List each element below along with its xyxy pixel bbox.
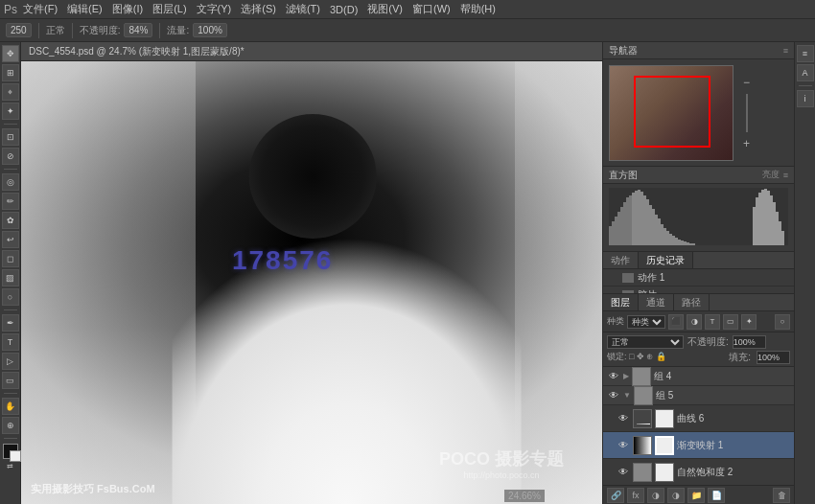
tab-paths[interactable]: 路径 — [674, 294, 710, 310]
filter-text-btn[interactable]: T — [705, 314, 720, 330]
magic-wand-tool[interactable]: ✦ — [2, 103, 19, 120]
menu-text[interactable]: 文字(Y) — [197, 2, 232, 16]
layer-type-select[interactable]: 种类 名称 — [627, 315, 665, 329]
pen-tool[interactable]: ✒ — [2, 314, 19, 332]
history-brush-tool[interactable]: ↩ — [2, 231, 19, 248]
menu-file[interactable]: 文件(F) — [23, 2, 58, 16]
blend-mode-row: 正常 不透明度: — [607, 335, 790, 349]
clone-stamp-tool[interactable]: ✿ — [2, 212, 19, 229]
shape-tool[interactable]: ▭ — [2, 372, 19, 389]
link-layers-btn[interactable]: 🔗 — [607, 488, 624, 503]
tools-separator-3 — [4, 309, 17, 310]
menu-layer[interactable]: 图层(L) — [152, 2, 186, 16]
canvas-area: DSC_4554.psd @ 24.7% (新变映射 1,图层蒙版/8)* 17… — [21, 42, 602, 504]
menu-select[interactable]: 选择(S) — [241, 2, 276, 16]
nav-zoom-slider[interactable] — [746, 94, 748, 132]
layer-name: 曲线 6 — [677, 412, 790, 425]
layers-toolbar: 种类 种类 名称 ⬛ ◑ T ▭ ✦ ○ — [603, 311, 794, 332]
lock-label: 锁定: □ ✥ ⊕ 🔒 — [607, 351, 666, 363]
fill-input[interactable] — [757, 351, 790, 364]
layers-tabs: 图层 通道 路径 — [603, 294, 794, 311]
canvas-content[interactable]: 178576 POCO 摄影专题 http://photo.poco.cn 实用… — [21, 61, 602, 504]
tab-history[interactable]: 历史记录 — [639, 252, 693, 268]
layer-visibility-toggle[interactable]: 👁 — [617, 439, 630, 452]
fill-row: 锁定: □ ✥ ⊕ 🔒 填充: — [607, 351, 790, 364]
svg-rect-8 — [632, 193, 635, 245]
layer-thumbnail — [633, 409, 652, 428]
lasso-tool[interactable]: ⌖ — [2, 83, 19, 101]
hand-tool[interactable]: ✋ — [2, 398, 19, 415]
layer-visibility-toggle[interactable]: 👁 — [607, 370, 620, 383]
filter-pixel-btn[interactable]: ⬛ — [668, 314, 684, 330]
properties-btn[interactable]: i — [797, 90, 814, 107]
zoom-tool[interactable]: ⊕ — [2, 417, 19, 434]
canvas-tab[interactable]: DSC_4554.psd @ 24.7% (新变映射 1,图层蒙版/8)* — [21, 42, 602, 61]
navigator-options-icon[interactable]: ≡ — [783, 46, 788, 56]
menu-help[interactable]: 帮助(H) — [460, 2, 496, 16]
figure-head — [249, 114, 377, 238]
opacity-value[interactable]: 84% — [124, 23, 152, 37]
menu-window[interactable]: 窗口(W) — [412, 2, 451, 16]
menu-view[interactable]: 视图(V) — [367, 2, 403, 16]
layer-group-4[interactable]: 👁 ▶ 组 4 — [603, 367, 794, 386]
new-adjustment-btn[interactable]: ◑ — [667, 488, 685, 503]
opacity-label: 不透明度: — [687, 335, 729, 349]
menu-edit[interactable]: 编辑(E) — [67, 2, 103, 16]
opacity-label: 不透明度: — [80, 24, 121, 37]
eyedropper-tool[interactable]: ⊘ — [2, 148, 19, 165]
filter-adj-btn[interactable]: ◑ — [687, 314, 702, 330]
history-item[interactable]: 动作 1 — [603, 269, 794, 286]
opacity-input[interactable] — [733, 335, 766, 349]
arrange-btn[interactable]: A — [797, 64, 814, 81]
new-layer-btn[interactable]: 📄 — [708, 488, 725, 503]
histogram-options-icon[interactable]: ≡ — [783, 171, 788, 180]
gradient-tool[interactable]: ▨ — [2, 269, 19, 286]
filter-shape-btn[interactable]: ▭ — [723, 314, 738, 330]
swap-colors[interactable]: ⇄ — [7, 462, 13, 470]
layer-group-5[interactable]: 👁 ▼ 组 5 — [603, 386, 794, 405]
filter-smart-btn[interactable]: ✦ — [741, 314, 757, 330]
tab-actions[interactable]: 动作 — [603, 252, 639, 268]
move-tool[interactable]: ✥ — [2, 45, 19, 62]
add-style-btn[interactable]: fx — [627, 488, 644, 503]
marquee-tool[interactable]: ⊞ — [2, 64, 19, 81]
layer-visibility-toggle[interactable]: 👁 — [617, 412, 630, 425]
text-tool[interactable]: T — [2, 333, 19, 351]
histogram-svg — [609, 188, 788, 245]
group-collapse-icon: ▶ — [623, 372, 629, 380]
tools-separator-5 — [4, 438, 17, 439]
add-mask-btn[interactable]: ◑ — [647, 488, 664, 503]
poco-watermark: POCO 摄影专题 http://photo.poco.cn — [439, 447, 564, 480]
crop-tool[interactable]: ⊡ — [2, 128, 19, 146]
flow-value[interactable]: 100% — [193, 23, 227, 37]
new-group-btn[interactable]: 📁 — [687, 488, 705, 503]
history-item[interactable]: 胶片 — [603, 286, 794, 293]
svg-rect-1 — [612, 221, 615, 245]
layer-visibility-toggle[interactable]: 👁 — [617, 466, 630, 479]
delete-layer-btn[interactable]: 🗑 — [773, 488, 790, 503]
tab-layers[interactable]: 图层 — [603, 294, 639, 310]
layer-natural-saturation[interactable]: 👁 自然饱和度 2 — [603, 459, 794, 485]
brush-size-field[interactable]: 250 — [6, 23, 32, 37]
tab-channels[interactable]: 通道 — [639, 294, 674, 310]
nav-zoom-minus[interactable]: − — [743, 76, 750, 89]
dodge-tool[interactable]: ○ — [2, 288, 19, 306]
nav-thumbnail[interactable] — [609, 65, 734, 161]
path-selection-tool[interactable]: ▷ — [2, 353, 19, 370]
foreground-color[interactable] — [3, 444, 18, 459]
layer-visibility-toggle[interactable]: 👁 — [607, 389, 620, 402]
menu-3d[interactable]: 3D(D) — [330, 4, 358, 15]
filter-toggle[interactable]: ○ — [775, 314, 790, 330]
layer-gradient-map[interactable]: 👁 渐变映射 1 — [603, 432, 794, 459]
eraser-tool[interactable]: ◻ — [2, 250, 19, 267]
menu-filter[interactable]: 滤镜(T) — [286, 2, 320, 16]
side-panel-icons: ≡ A i — [794, 42, 815, 504]
brush-tool[interactable]: ✏ — [2, 193, 19, 210]
svg-rect-39 — [779, 221, 781, 245]
healing-brush-tool[interactable]: ◎ — [2, 173, 19, 191]
nav-zoom-plus[interactable]: + — [743, 137, 750, 150]
panel-toggle-btn[interactable]: ≡ — [797, 45, 814, 62]
blend-mode-select[interactable]: 正常 — [607, 335, 684, 349]
layer-curve-6[interactable]: 👁 曲线 6 — [603, 405, 794, 432]
menu-image[interactable]: 图像(I) — [112, 2, 143, 16]
